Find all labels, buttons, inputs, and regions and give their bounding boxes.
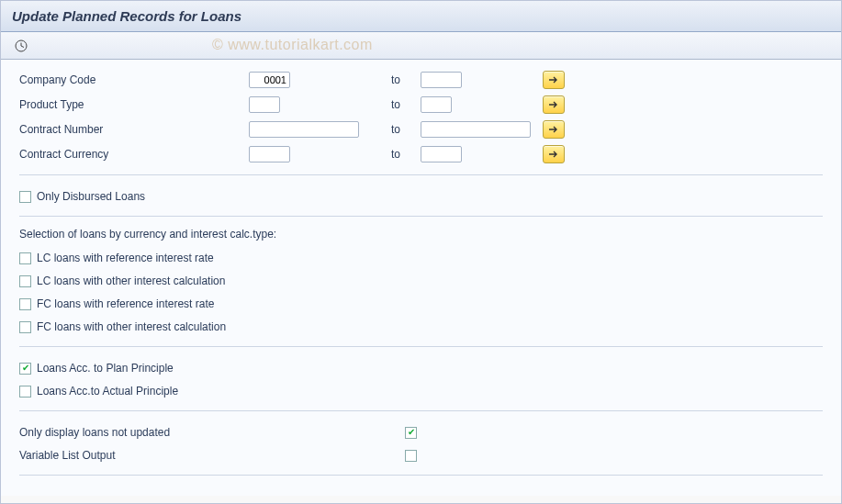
label-company-code: Company Code <box>19 73 249 86</box>
row-fc-ref: FC loans with reference interest rate <box>19 294 823 314</box>
fc-other-checkbox[interactable] <box>19 321 31 333</box>
divider <box>19 410 823 411</box>
form-area: Company Code to Product Type to Contract… <box>1 60 841 496</box>
contract-currency-range-button[interactable] <box>543 145 565 163</box>
divider <box>19 475 823 476</box>
product-type-to-input[interactable] <box>421 96 452 113</box>
contract-number-to-input[interactable] <box>421 121 531 138</box>
company-code-to-label: to <box>391 73 419 86</box>
variable-list-label: Variable List Output <box>19 449 405 462</box>
row-only-disbursed: Only Disbursed Loans <box>19 186 823 207</box>
lc-other-label: LC loans with other interest calculation <box>37 274 225 287</box>
row-product-type: Product Type to <box>19 94 823 116</box>
fc-other-label: FC loans with other interest calculation <box>37 320 226 333</box>
row-plan-principle: Loans Acc. to Plan Principle <box>19 358 823 378</box>
execute-button[interactable] <box>10 36 32 56</box>
actual-principle-checkbox[interactable] <box>19 386 31 398</box>
contract-number-from-input[interactable] <box>249 121 359 138</box>
company-code-from-input[interactable] <box>249 72 290 88</box>
product-type-from-input[interactable] <box>249 96 280 113</box>
actual-principle-label: Loans Acc.to Actual Principle <box>37 385 178 398</box>
contract-currency-from-input[interactable] <box>249 146 290 162</box>
variable-list-checkbox[interactable] <box>405 450 417 462</box>
clock-icon <box>15 39 28 52</box>
selection-section-header: Selection of loans by currency and inter… <box>19 228 823 241</box>
contract-number-range-button[interactable] <box>543 120 565 139</box>
arrow-right-icon <box>548 75 559 84</box>
contract-currency-to-label: to <box>391 148 419 161</box>
row-only-display: Only display loans not updated <box>19 422 823 442</box>
arrow-right-icon <box>548 150 559 159</box>
row-lc-other: LC loans with other interest calculation <box>19 271 823 291</box>
row-contract-number: Contract Number to <box>19 118 823 140</box>
contract-currency-to-input[interactable] <box>421 146 462 162</box>
only-display-label: Only display loans not updated <box>19 426 405 439</box>
only-disbursed-label: Only Disbursed Loans <box>37 190 145 203</box>
plan-principle-label: Loans Acc. to Plan Principle <box>37 362 174 375</box>
product-type-range-button[interactable] <box>543 95 565 114</box>
only-disbursed-checkbox[interactable] <box>19 191 31 203</box>
svg-line-2 <box>21 46 24 48</box>
divider <box>19 216 823 217</box>
divider <box>19 346 823 347</box>
title-bar: Update Planned Records for Loans <box>1 1 841 32</box>
label-contract-number: Contract Number <box>19 123 249 136</box>
label-contract-currency: Contract Currency <box>19 148 249 161</box>
toolbar: © www.tutorialkart.com <box>1 32 841 60</box>
lc-ref-checkbox[interactable] <box>19 252 31 264</box>
plan-principle-checkbox[interactable] <box>19 363 31 375</box>
company-code-to-input[interactable] <box>421 72 462 88</box>
arrow-right-icon <box>548 100 559 109</box>
row-contract-currency: Contract Currency to <box>19 143 823 165</box>
only-display-checkbox[interactable] <box>405 427 417 439</box>
divider <box>19 174 823 175</box>
company-code-range-button[interactable] <box>543 71 565 89</box>
row-actual-principle: Loans Acc.to Actual Principle <box>19 381 823 401</box>
product-type-to-label: to <box>391 98 419 111</box>
watermark-text: © www.tutorialkart.com <box>212 37 373 53</box>
row-variable-list: Variable List Output <box>19 445 823 465</box>
lc-other-checkbox[interactable] <box>19 275 31 287</box>
label-product-type: Product Type <box>19 98 249 111</box>
contract-number-to-label: to <box>391 123 419 136</box>
fc-ref-label: FC loans with reference interest rate <box>37 297 214 310</box>
row-company-code: Company Code to <box>19 69 823 91</box>
fc-ref-checkbox[interactable] <box>19 298 31 310</box>
arrow-right-icon <box>548 125 559 134</box>
lc-ref-label: LC loans with reference interest rate <box>37 252 214 264</box>
page-title: Update Planned Records for Loans <box>12 8 241 24</box>
row-fc-other: FC loans with other interest calculation <box>19 317 823 337</box>
row-lc-ref: LC loans with reference interest rate <box>19 248 823 268</box>
